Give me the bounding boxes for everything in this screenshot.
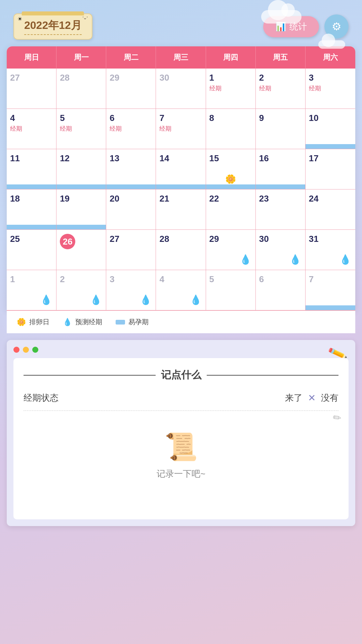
cal-cell[interactable]: 18 (7, 189, 56, 230)
fertile-period-bar (7, 225, 56, 229)
month-title: 2022年12月 (24, 18, 82, 33)
cal-cell[interactable]: 2经期 (256, 69, 306, 109)
cal-date-number: 31 (309, 234, 319, 244)
right-dash (207, 375, 339, 376)
cal-date-number: 1 (209, 73, 214, 83)
cal-cell[interactable]: 17 (306, 149, 355, 189)
fertile-bar-icon (116, 320, 125, 325)
cal-date-number: 21 (159, 194, 169, 204)
cal-cell[interactable]: 3💧 (106, 270, 156, 310)
cal-date-number: 7 (159, 113, 164, 123)
cal-cell[interactable]: 11 (7, 149, 56, 189)
cal-date-number: 3 (110, 274, 114, 285)
period-label: 经期 (259, 84, 271, 92)
cal-cell[interactable]: 22 (206, 189, 256, 230)
dotted-line (24, 34, 82, 35)
cal-date-number: 17 (309, 153, 319, 164)
cal-cell[interactable]: 9 (256, 109, 306, 149)
notes-empty-state: 📜 记录一下吧~ (24, 431, 338, 480)
cal-cell[interactable]: 25 (7, 230, 56, 270)
cal-date-number: 8 (209, 113, 214, 123)
cal-cell[interactable]: 14 (156, 149, 206, 189)
cal-cell[interactable]: 12 (56, 149, 106, 189)
cal-date-number: 19 (60, 194, 70, 204)
fertile-period-bar (56, 184, 106, 189)
cal-cell[interactable]: 29💧 (206, 230, 256, 270)
weekday-fri: 周五 (256, 46, 306, 69)
cal-cell[interactable]: 13 (106, 149, 156, 189)
period-label: 经期 (110, 125, 122, 133)
weekday-mon: 周一 (56, 46, 106, 69)
ovulation-flower-icon: 🌼 (225, 174, 236, 184)
cal-date-number: 5 (60, 113, 65, 123)
cal-cell[interactable]: 30 (156, 69, 206, 109)
cal-date-number: 18 (10, 194, 20, 204)
dot-red (13, 347, 19, 353)
fertile-period-bar (106, 184, 156, 189)
cal-cell[interactable]: 7 (306, 270, 355, 310)
cal-cell[interactable]: 2💧 (56, 270, 106, 310)
cal-cell[interactable]: 31💧 (306, 230, 355, 270)
came-label: 来了 (285, 392, 303, 404)
app-header: ☀ ˙ᵕ˙ 2022年12月 📊 统计 ⚙ (0, 0, 362, 46)
cal-cell[interactable]: 1经期 (206, 69, 256, 109)
cal-cell[interactable]: 4经期 (7, 109, 56, 149)
no-label: 没有 (321, 392, 338, 404)
period-drop-icon: 💧 (339, 254, 351, 265)
cal-cell[interactable]: 15🌼 (206, 149, 256, 189)
cal-cell[interactable]: 3经期 (306, 69, 355, 109)
cal-date-number: 25 (10, 234, 20, 244)
legend-ovulation: 🌼 排卵日 (17, 317, 49, 327)
fertile-period-bar (56, 225, 106, 229)
period-drop-icon: 💧 (90, 294, 102, 305)
cal-date-number: 30 (259, 234, 269, 244)
cal-cell[interactable]: 5 (206, 270, 256, 310)
cal-cell[interactable]: 24 (306, 189, 355, 230)
period-drop-icon: 💧 (40, 294, 52, 305)
cal-cell[interactable]: 23 (256, 189, 306, 230)
cal-date-number: 5 (209, 274, 214, 285)
cal-cell[interactable]: 5经期 (56, 109, 106, 149)
cal-cell[interactable]: 10 (306, 109, 355, 149)
cal-cell[interactable]: 4💧 (156, 270, 206, 310)
month-title-card: ☀ ˙ᵕ˙ 2022年12月 (13, 13, 92, 40)
cal-cell[interactable]: 28 (156, 230, 206, 270)
cal-cell[interactable]: 8 (206, 109, 256, 149)
window-dots (13, 347, 349, 353)
cal-cell[interactable]: 21 (156, 189, 206, 230)
cal-cell[interactable]: 16 (256, 149, 306, 189)
cal-date-number: 22 (209, 194, 219, 204)
x-cross-icon[interactable]: ✕ (308, 392, 316, 403)
cal-cell[interactable]: 20 (106, 189, 156, 230)
calendar-body: 272829301经期2经期3经期4经期5经期6经期7经期89101112131… (7, 69, 355, 310)
gear-icon: ⚙ (332, 20, 341, 33)
cal-cell[interactable]: 27 (7, 69, 56, 109)
cal-cell[interactable]: 6经期 (106, 109, 156, 149)
cal-cell[interactable]: 19 (56, 189, 106, 230)
left-dash (24, 375, 156, 376)
fertile-period-bar (306, 144, 355, 149)
cal-date-number: 16 (259, 153, 269, 164)
cal-cell[interactable]: 1💧 (7, 270, 56, 310)
cal-date-number: 1 (10, 274, 15, 285)
cal-date-number: 7 (309, 274, 314, 285)
cal-cell[interactable]: 6 (256, 270, 306, 310)
period-label: 经期 (159, 125, 171, 133)
cal-cell[interactable]: 7经期 (156, 109, 206, 149)
cal-date-number: 4 (159, 274, 164, 285)
cal-date-number: 28 (159, 234, 169, 244)
cal-cell[interactable]: 27 (106, 230, 156, 270)
cal-date-number: 28 (60, 73, 70, 83)
fertile-period-bar (7, 184, 56, 189)
cal-cell[interactable]: 28 (56, 69, 106, 109)
period-status-row: 经期状态 来了 ✕ 没有 (24, 392, 338, 404)
cal-cell[interactable]: 29 (106, 69, 156, 109)
dot-green (32, 347, 38, 353)
cal-date-number: 2 (60, 274, 65, 285)
ovulation-icon: 🌼 (17, 318, 26, 327)
scroll-icon: 📜 (164, 431, 198, 463)
pencil-right-icon: ✏ (332, 411, 342, 424)
cal-cell[interactable]: 30💧 (256, 230, 306, 270)
cal-date-number: 20 (110, 194, 119, 204)
cal-cell[interactable]: 26 (56, 230, 106, 270)
